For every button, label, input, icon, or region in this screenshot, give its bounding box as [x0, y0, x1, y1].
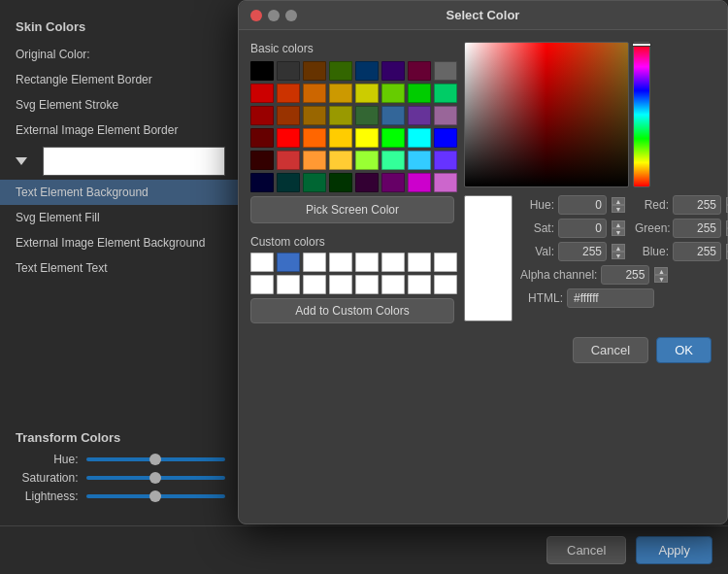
- basic-swatch-16[interactable]: [250, 106, 274, 125]
- custom-swatch-1[interactable]: [277, 253, 300, 272]
- basic-swatch-43[interactable]: [329, 173, 352, 192]
- dialog-cancel-button[interactable]: Cancel: [573, 337, 648, 363]
- pick-screen-button[interactable]: Pick Screen Color: [250, 196, 454, 223]
- custom-swatch-10[interactable]: [303, 275, 326, 294]
- custom-swatch-0[interactable]: [250, 253, 274, 272]
- blue-input[interactable]: [673, 242, 721, 261]
- basic-swatch-13[interactable]: [381, 84, 405, 103]
- basic-swatch-17[interactable]: [277, 106, 300, 125]
- skin-item-svg-stroke[interactable]: Svg Element Stroke: [0, 92, 241, 118]
- basic-swatch-5[interactable]: [381, 61, 405, 81]
- basic-swatch-27[interactable]: [329, 128, 352, 148]
- basic-swatch-20[interactable]: [355, 106, 379, 125]
- close-button-icon[interactable]: [250, 10, 262, 21]
- hue-down-button[interactable]: ▼: [612, 205, 625, 213]
- basic-swatch-38[interactable]: [408, 151, 431, 170]
- custom-swatch-5[interactable]: [381, 253, 405, 272]
- basic-swatch-12[interactable]: [355, 84, 379, 103]
- basic-swatch-22[interactable]: [408, 106, 431, 125]
- basic-swatch-30[interactable]: [408, 128, 431, 148]
- color-gradient[interactable]: [464, 42, 629, 187]
- basic-swatch-10[interactable]: [303, 84, 326, 103]
- basic-swatch-24[interactable]: [250, 128, 274, 148]
- skin-item-ext-border[interactable]: External Image Element Border: [0, 118, 241, 143]
- basic-swatch-40[interactable]: [250, 173, 274, 192]
- basic-swatch-41[interactable]: [277, 173, 300, 192]
- custom-swatch-14[interactable]: [408, 275, 431, 294]
- basic-swatch-4[interactable]: [355, 61, 379, 81]
- skin-item-original[interactable]: Original Color:: [0, 42, 241, 67]
- basic-swatch-18[interactable]: [303, 106, 326, 125]
- basic-swatch-6[interactable]: [408, 61, 431, 81]
- apply-button[interactable]: Apply: [636, 536, 712, 564]
- dropdown-arrow-icon[interactable]: [16, 157, 27, 165]
- basic-swatch-11[interactable]: [329, 84, 352, 103]
- skin-item-rect-border[interactable]: Rectangle Element Border: [0, 67, 241, 92]
- alpha-input[interactable]: [601, 265, 649, 285]
- basic-swatch-45[interactable]: [381, 173, 405, 192]
- alpha-up-button[interactable]: ▲: [654, 267, 668, 275]
- custom-swatch-15[interactable]: [434, 275, 457, 294]
- lightness-slider[interactable]: [86, 494, 225, 498]
- custom-swatch-13[interactable]: [381, 275, 405, 294]
- basic-swatch-47[interactable]: [434, 173, 457, 192]
- dialog-ok-button[interactable]: OK: [656, 337, 711, 363]
- basic-swatch-19[interactable]: [329, 106, 352, 125]
- custom-swatch-2[interactable]: [303, 253, 326, 272]
- basic-swatch-29[interactable]: [381, 128, 405, 148]
- basic-swatch-36[interactable]: [355, 151, 379, 170]
- basic-swatch-34[interactable]: [303, 151, 326, 170]
- cancel-button[interactable]: Cancel: [546, 536, 626, 564]
- basic-swatch-8[interactable]: [250, 84, 274, 103]
- basic-swatch-31[interactable]: [434, 128, 457, 148]
- hue-input[interactable]: [558, 195, 607, 215]
- basic-swatch-21[interactable]: [381, 106, 405, 125]
- add-to-custom-button[interactable]: Add to Custom Colors: [250, 298, 454, 323]
- custom-swatch-3[interactable]: [329, 253, 352, 272]
- green-input[interactable]: [673, 219, 721, 238]
- basic-swatch-2[interactable]: [303, 61, 326, 81]
- basic-swatch-7[interactable]: [434, 61, 457, 81]
- custom-swatch-6[interactable]: [408, 253, 431, 272]
- basic-swatch-32[interactable]: [250, 151, 274, 170]
- val-up-button[interactable]: ▲: [612, 244, 625, 252]
- custom-swatch-12[interactable]: [355, 275, 379, 294]
- basic-swatch-23[interactable]: [434, 106, 457, 125]
- hue-up-button[interactable]: ▲: [612, 197, 625, 205]
- basic-swatch-35[interactable]: [329, 151, 352, 170]
- skin-item-svg-fill[interactable]: Svg Element Fill: [0, 205, 241, 230]
- custom-swatch-4[interactable]: [355, 253, 379, 272]
- skin-item-ext-bg[interactable]: External Image Element Background: [0, 230, 241, 255]
- maximize-button-icon[interactable]: [285, 10, 297, 21]
- basic-swatch-14[interactable]: [408, 84, 431, 103]
- hue-slider[interactable]: [86, 457, 225, 461]
- basic-swatch-44[interactable]: [355, 173, 379, 192]
- basic-swatch-28[interactable]: [355, 128, 379, 148]
- skin-item-text-text[interactable]: Text Element Text: [0, 255, 241, 281]
- basic-swatch-33[interactable]: [277, 151, 300, 170]
- minimize-button-icon[interactable]: [268, 10, 280, 21]
- red-input[interactable]: [673, 195, 721, 215]
- skin-item-text-bg[interactable]: Text Element Background: [0, 180, 241, 205]
- sat-slider[interactable]: [86, 476, 225, 480]
- custom-swatch-11[interactable]: [329, 275, 352, 294]
- basic-swatch-9[interactable]: [277, 84, 300, 103]
- custom-swatch-7[interactable]: [434, 253, 457, 272]
- basic-swatch-3[interactable]: [329, 61, 352, 81]
- basic-swatch-0[interactable]: [250, 61, 274, 81]
- basic-swatch-42[interactable]: [303, 173, 326, 192]
- html-input[interactable]: [567, 288, 654, 308]
- basic-swatch-39[interactable]: [434, 151, 457, 170]
- alpha-down-button[interactable]: ▼: [654, 275, 668, 283]
- basic-swatch-26[interactable]: [303, 128, 326, 148]
- basic-swatch-46[interactable]: [408, 173, 431, 192]
- sat-input[interactable]: [558, 219, 607, 238]
- basic-swatch-37[interactable]: [381, 151, 405, 170]
- basic-swatch-15[interactable]: [434, 84, 457, 103]
- val-down-button[interactable]: ▼: [612, 252, 625, 259]
- val-input[interactable]: [558, 242, 607, 261]
- sat-down-button[interactable]: ▼: [612, 228, 625, 236]
- sat-up-button[interactable]: ▲: [612, 220, 625, 228]
- custom-swatch-9[interactable]: [277, 275, 300, 294]
- custom-swatch-8[interactable]: [250, 275, 274, 294]
